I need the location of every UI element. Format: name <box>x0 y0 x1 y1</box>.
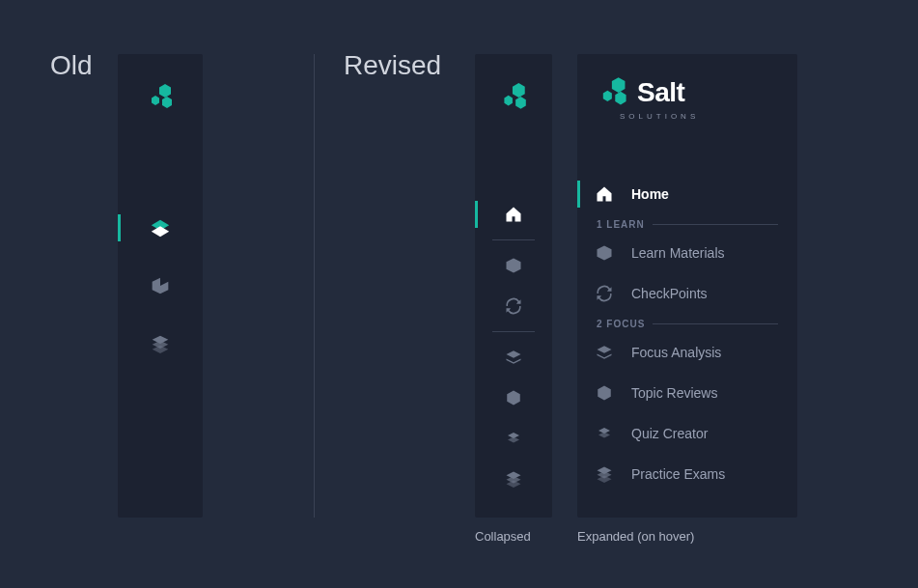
nav-item-exams[interactable] <box>118 324 203 363</box>
svg-marker-25 <box>598 476 612 484</box>
nav-item-learn-materials[interactable]: Learn Materials <box>577 234 797 272</box>
nav-label: CheckPoints <box>631 286 708 301</box>
logo <box>475 54 552 141</box>
nav-item-practice-exams[interactable]: Practice Exams <box>577 455 797 493</box>
nav-label: Quiz Creator <box>631 426 708 441</box>
hex-cluster-icon <box>597 77 629 108</box>
sidebar-expanded: Salt SOLUTIONS Home 1 LEARN Learn Materi… <box>577 54 797 518</box>
nav-item-topic-reviews[interactable]: Topic Reviews <box>577 374 797 412</box>
layers-open-icon <box>505 349 522 366</box>
svg-marker-4 <box>152 226 169 237</box>
nav-item-quiz-creator[interactable] <box>475 419 552 458</box>
nav-item-focus-analysis[interactable] <box>475 338 552 377</box>
home-icon <box>596 185 613 203</box>
stack-icon <box>151 334 170 353</box>
layers-stroke-icon <box>150 217 171 238</box>
nav-item-learn-materials[interactable] <box>475 246 552 285</box>
separator <box>492 239 535 240</box>
box-icon <box>151 276 170 295</box>
svg-marker-19 <box>603 91 612 101</box>
cube-icon <box>596 384 613 402</box>
refresh-icon <box>505 297 522 315</box>
nav-item-materials[interactable] <box>118 266 203 305</box>
svg-marker-8 <box>513 83 525 98</box>
svg-marker-7 <box>153 346 169 353</box>
layers-add-icon <box>596 425 613 442</box>
section-header-learn: 1 LEARN <box>577 215 797 234</box>
nav-item-home[interactable] <box>475 195 552 234</box>
svg-marker-9 <box>515 97 526 109</box>
svg-marker-17 <box>612 77 626 93</box>
nav-label-home: Home <box>631 186 669 202</box>
nav-label: Focus Analysis <box>631 345 721 360</box>
hex-cluster-icon <box>146 84 175 111</box>
layers-open-icon <box>596 344 613 361</box>
nav-label: Topic Reviews <box>631 385 717 401</box>
cube-icon <box>505 389 522 406</box>
stack-icon <box>596 465 613 483</box>
section-header-focus: 2 FOCUS <box>577 315 797 333</box>
nav-item-checkpoints[interactable]: CheckPoints <box>577 274 797 313</box>
svg-marker-13 <box>508 437 519 443</box>
separator <box>492 331 535 332</box>
logo <box>118 54 203 141</box>
caption-collapsed: Collapsed <box>475 529 531 544</box>
nav-item-home[interactable]: Home <box>577 175 797 213</box>
nav-item-quiz-creator[interactable]: Quiz Creator <box>577 414 797 453</box>
box-icon <box>505 257 522 274</box>
nav-label: Learn Materials <box>631 245 725 261</box>
sidebar-old <box>118 54 203 518</box>
caption-expanded: Expanded (on hover) <box>577 529 694 544</box>
logo-full: Salt <box>577 54 797 118</box>
nav-item-practice-exams[interactable] <box>475 460 552 498</box>
hex-cluster-icon <box>498 83 529 112</box>
svg-marker-22 <box>598 433 610 438</box>
nav-item-checkpoints[interactable] <box>475 287 552 325</box>
nav-item-focus-analysis[interactable]: Focus Analysis <box>577 333 797 372</box>
refresh-icon <box>596 285 613 302</box>
brand-sub: SOLUTIONS <box>620 112 797 121</box>
stack-icon <box>505 470 522 488</box>
sidebar-collapsed <box>475 54 552 518</box>
svg-marker-11 <box>507 350 521 358</box>
box-icon <box>596 244 613 262</box>
layers-add-icon <box>505 430 522 447</box>
divider <box>314 54 315 518</box>
svg-marker-1 <box>162 97 172 108</box>
svg-marker-10 <box>504 96 513 106</box>
label-old: Old <box>50 50 93 81</box>
svg-marker-18 <box>615 92 626 105</box>
nav-item-home[interactable] <box>118 209 203 247</box>
nav-item-topic-reviews[interactable] <box>475 378 552 417</box>
label-revised: Revised <box>344 50 441 81</box>
svg-marker-2 <box>152 96 159 105</box>
nav-label: Practice Exams <box>631 466 725 482</box>
svg-marker-20 <box>598 346 612 353</box>
home-icon <box>505 206 522 223</box>
svg-marker-0 <box>159 84 171 98</box>
brand-name: Salt <box>637 79 684 106</box>
svg-marker-16 <box>507 481 521 489</box>
